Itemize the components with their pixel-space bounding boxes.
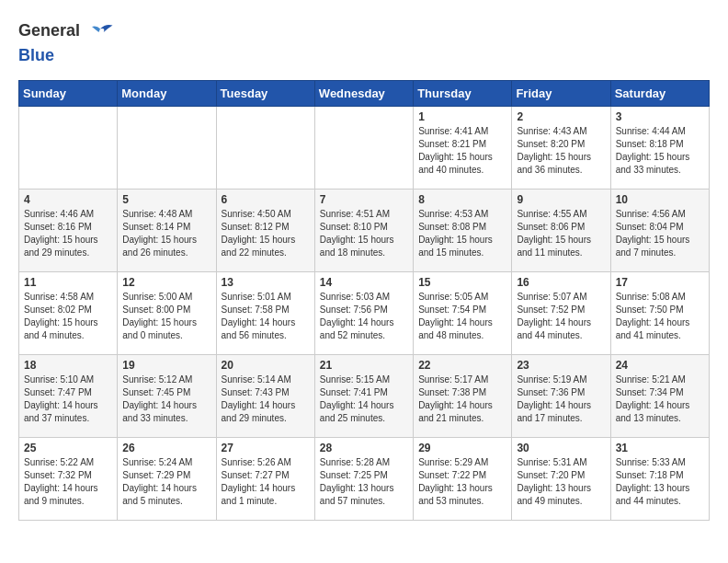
week-row-0: 1Sunrise: 4:41 AMSunset: 8:21 PMDaylight…	[19, 107, 710, 190]
header-cell-tuesday: Tuesday	[216, 81, 314, 107]
day-number: 6	[222, 193, 310, 206]
day-number: 8	[418, 193, 506, 206]
header-row: SundayMondayTuesdayWednesdayThursdayFrid…	[19, 81, 710, 107]
day-cell: 4Sunrise: 4:46 AMSunset: 8:16 PMDaylight…	[19, 190, 118, 272]
day-info: Sunrise: 5:05 AMSunset: 7:54 PMDaylight:…	[418, 291, 506, 342]
logo-blue-text: Blue	[18, 46, 54, 64]
day-number: 14	[320, 276, 408, 289]
day-info: Sunrise: 5:08 AMSunset: 7:50 PMDaylight:…	[616, 291, 704, 342]
day-info: Sunrise: 5:14 AMSunset: 7:43 PMDaylight:…	[222, 373, 310, 425]
day-cell: 27Sunrise: 5:26 AMSunset: 7:27 PMDayligh…	[216, 438, 314, 521]
day-number: 31	[616, 442, 704, 454]
day-cell: 20Sunrise: 5:14 AMSunset: 7:43 PMDayligh…	[216, 355, 314, 438]
day-cell: 16Sunrise: 5:07 AMSunset: 7:52 PMDayligh…	[512, 272, 610, 355]
day-info: Sunrise: 5:33 AMSunset: 7:18 PMDaylight:…	[616, 456, 704, 508]
day-number: 19	[122, 359, 210, 372]
calendar-header: SundayMondayTuesdayWednesdayThursdayFrid…	[19, 81, 710, 107]
day-number: 21	[320, 359, 408, 372]
day-cell: 28Sunrise: 5:28 AMSunset: 7:25 PMDayligh…	[314, 438, 413, 521]
day-cell: 14Sunrise: 5:03 AMSunset: 7:56 PMDayligh…	[314, 272, 413, 355]
day-cell: 1Sunrise: 4:41 AMSunset: 8:21 PMDaylight…	[414, 107, 512, 190]
day-number: 30	[517, 442, 605, 454]
day-cell: 10Sunrise: 4:56 AMSunset: 8:04 PMDayligh…	[610, 190, 709, 272]
header-cell-monday: Monday	[118, 81, 216, 107]
day-number: 15	[418, 276, 506, 289]
day-number: 24	[616, 359, 704, 372]
day-info: Sunrise: 5:17 AMSunset: 7:38 PMDaylight:…	[418, 373, 506, 425]
header-cell-friday: Friday	[512, 81, 610, 107]
week-row-3: 18Sunrise: 5:10 AMSunset: 7:47 PMDayligh…	[19, 355, 710, 438]
day-cell	[314, 107, 413, 190]
day-cell: 26Sunrise: 5:24 AMSunset: 7:29 PMDayligh…	[118, 438, 216, 521]
calendar-body: 1Sunrise: 4:41 AMSunset: 8:21 PMDaylight…	[19, 107, 710, 521]
day-cell: 8Sunrise: 4:53 AMSunset: 8:08 PMDaylight…	[414, 190, 512, 272]
day-info: Sunrise: 4:46 AMSunset: 8:16 PMDaylight:…	[24, 208, 112, 259]
day-number: 27	[222, 442, 310, 454]
day-number: 12	[122, 276, 210, 289]
day-info: Sunrise: 4:48 AMSunset: 8:14 PMDaylight:…	[122, 208, 210, 259]
day-cell: 12Sunrise: 5:00 AMSunset: 8:00 PMDayligh…	[118, 272, 216, 355]
day-info: Sunrise: 4:50 AMSunset: 8:12 PMDaylight:…	[222, 208, 310, 259]
day-info: Sunrise: 5:26 AMSunset: 7:27 PMDaylight:…	[222, 456, 310, 508]
logo: General Blue	[18, 18, 116, 65]
day-cell: 13Sunrise: 5:01 AMSunset: 7:58 PMDayligh…	[216, 272, 314, 355]
day-cell: 11Sunrise: 4:58 AMSunset: 8:02 PMDayligh…	[19, 272, 118, 355]
day-number: 7	[320, 193, 408, 206]
day-cell: 19Sunrise: 5:12 AMSunset: 7:45 PMDayligh…	[118, 355, 216, 438]
day-number: 29	[418, 442, 506, 454]
day-number: 18	[24, 359, 112, 372]
day-info: Sunrise: 4:51 AMSunset: 8:10 PMDaylight:…	[320, 208, 408, 259]
day-cell: 31Sunrise: 5:33 AMSunset: 7:18 PMDayligh…	[610, 438, 709, 521]
day-cell: 9Sunrise: 4:55 AMSunset: 8:06 PMDaylight…	[512, 190, 610, 272]
day-cell	[118, 107, 216, 190]
day-info: Sunrise: 5:15 AMSunset: 7:41 PMDaylight:…	[320, 373, 408, 425]
logo-bird-icon	[86, 18, 114, 46]
day-number: 25	[24, 442, 112, 454]
day-info: Sunrise: 5:03 AMSunset: 7:56 PMDaylight:…	[320, 291, 408, 342]
day-cell: 7Sunrise: 4:51 AMSunset: 8:10 PMDaylight…	[314, 190, 413, 272]
day-info: Sunrise: 5:24 AMSunset: 7:29 PMDaylight:…	[122, 456, 210, 508]
day-info: Sunrise: 5:10 AMSunset: 7:47 PMDaylight:…	[24, 373, 112, 425]
day-info: Sunrise: 5:01 AMSunset: 7:58 PMDaylight:…	[222, 291, 310, 342]
day-number: 9	[517, 193, 605, 206]
day-number: 2	[517, 110, 605, 123]
header-cell-wednesday: Wednesday	[314, 81, 413, 107]
day-info: Sunrise: 4:56 AMSunset: 8:04 PMDaylight:…	[616, 208, 704, 259]
day-info: Sunrise: 5:21 AMSunset: 7:34 PMDaylight:…	[616, 373, 704, 425]
day-cell: 30Sunrise: 5:31 AMSunset: 7:20 PMDayligh…	[512, 438, 610, 521]
day-cell: 2Sunrise: 4:43 AMSunset: 8:20 PMDaylight…	[512, 107, 610, 190]
day-info: Sunrise: 5:22 AMSunset: 7:32 PMDaylight:…	[24, 456, 112, 508]
day-number: 17	[616, 276, 704, 289]
day-cell: 29Sunrise: 5:29 AMSunset: 7:22 PMDayligh…	[414, 438, 512, 521]
day-cell: 24Sunrise: 5:21 AMSunset: 7:34 PMDayligh…	[610, 355, 709, 438]
day-number: 20	[222, 359, 310, 372]
day-info: Sunrise: 4:53 AMSunset: 8:08 PMDaylight:…	[418, 208, 506, 259]
day-number: 1	[418, 110, 506, 123]
day-number: 28	[320, 442, 408, 454]
logo-general-text: General	[18, 21, 80, 40]
day-number: 11	[24, 276, 112, 289]
day-number: 26	[122, 442, 210, 454]
day-info: Sunrise: 4:55 AMSunset: 8:06 PMDaylight:…	[517, 208, 605, 259]
day-cell: 22Sunrise: 5:17 AMSunset: 7:38 PMDayligh…	[414, 355, 512, 438]
day-info: Sunrise: 5:19 AMSunset: 7:36 PMDaylight:…	[517, 373, 605, 425]
day-info: Sunrise: 4:44 AMSunset: 8:18 PMDaylight:…	[616, 125, 704, 177]
day-cell	[19, 107, 118, 190]
day-number: 5	[122, 193, 210, 206]
day-info: Sunrise: 4:43 AMSunset: 8:20 PMDaylight:…	[517, 125, 605, 177]
day-number: 3	[616, 110, 704, 123]
day-cell: 15Sunrise: 5:05 AMSunset: 7:54 PMDayligh…	[414, 272, 512, 355]
week-row-4: 25Sunrise: 5:22 AMSunset: 7:32 PMDayligh…	[19, 438, 710, 521]
day-info: Sunrise: 5:00 AMSunset: 8:00 PMDaylight:…	[122, 291, 210, 342]
header-cell-thursday: Thursday	[414, 81, 512, 107]
page-header: General Blue	[18, 18, 710, 65]
day-info: Sunrise: 5:12 AMSunset: 7:45 PMDaylight:…	[122, 373, 210, 425]
day-info: Sunrise: 5:07 AMSunset: 7:52 PMDaylight:…	[517, 291, 605, 342]
day-number: 22	[418, 359, 506, 372]
day-info: Sunrise: 4:41 AMSunset: 8:21 PMDaylight:…	[418, 125, 506, 177]
day-cell: 17Sunrise: 5:08 AMSunset: 7:50 PMDayligh…	[610, 272, 709, 355]
day-number: 13	[222, 276, 310, 289]
calendar-table: SundayMondayTuesdayWednesdayThursdayFrid…	[18, 80, 710, 521]
day-cell: 18Sunrise: 5:10 AMSunset: 7:47 PMDayligh…	[19, 355, 118, 438]
day-cell: 3Sunrise: 4:44 AMSunset: 8:18 PMDaylight…	[610, 107, 709, 190]
